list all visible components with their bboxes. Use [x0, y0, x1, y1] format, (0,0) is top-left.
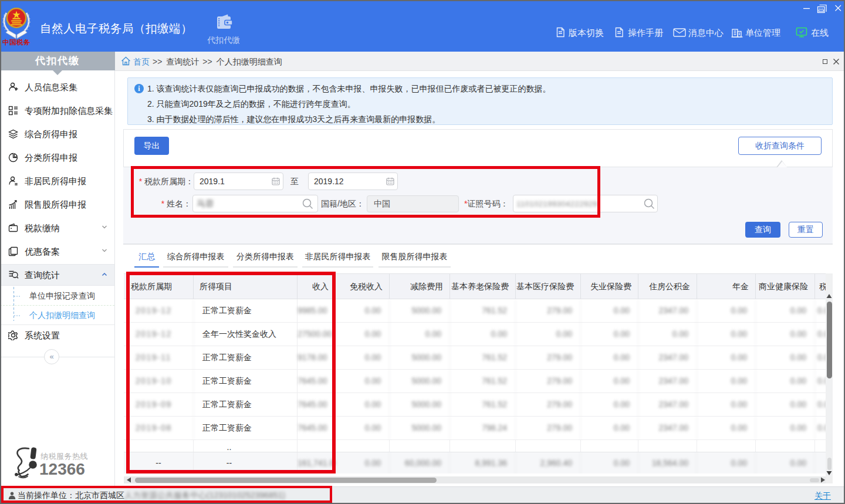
svg-text:中国税务: 中国税务 [2, 39, 31, 46]
